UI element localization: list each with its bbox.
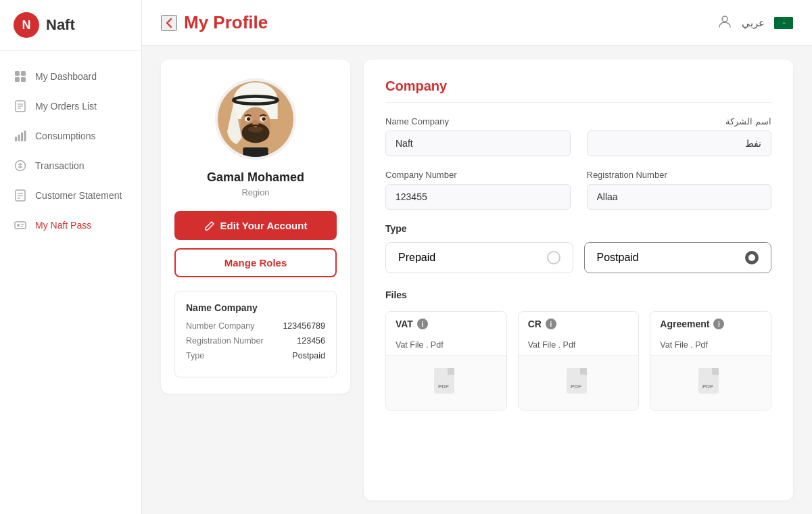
info-label-type: Type	[186, 351, 204, 360]
user-icon	[717, 14, 732, 32]
company-number-label: Company Number	[385, 170, 571, 180]
files-section-title: Files	[385, 289, 771, 300]
file-vat-preview: PDF	[386, 356, 506, 410]
type-prepaid-option[interactable]: Prepaid	[385, 242, 573, 273]
svg-text:PDF: PDF	[438, 383, 449, 390]
registration-number-group: Registration Number	[587, 170, 772, 210]
svg-rect-3	[21, 77, 26, 82]
logo-circle: N	[14, 12, 39, 38]
sidebar-item-transaction[interactable]: Transaction	[0, 151, 141, 181]
svg-point-35	[247, 117, 251, 121]
sidebar-item-consumptions[interactable]: Consumptions	[0, 121, 141, 151]
svg-point-18	[17, 224, 20, 227]
file-agreement-label: Agreement	[660, 319, 709, 329]
svg-point-36	[262, 117, 266, 121]
svg-rect-8	[15, 137, 17, 141]
svg-text:PDF: PDF	[702, 383, 713, 390]
type-options: Prepaid Postpaid	[385, 242, 771, 273]
sidebar-item-customer-statement[interactable]: Customer Statement	[0, 181, 141, 210]
company-number-group: Company Number	[385, 170, 571, 210]
svg-point-21	[722, 16, 727, 22]
profile-details-panel: Company Name Company اسم الشركة Company …	[364, 60, 793, 500]
sidebar-item-naft-pass[interactable]: My Naft Pass	[0, 210, 141, 240]
user-role: Region	[241, 187, 269, 197]
manage-roles-button[interactable]: Mange Roles	[174, 248, 337, 277]
company-card-title: Name Company	[186, 302, 325, 313]
info-row-number: Number Company 123456789	[186, 321, 325, 331]
cr-info-icon[interactable]: i	[546, 319, 556, 329]
name-company-label-ar: اسم الشركة	[587, 116, 772, 126]
file-vat-header: VAT i	[386, 312, 506, 336]
files-grid: VAT i Vat File . Pdf PDF	[385, 311, 771, 411]
cr-pdf-icon: PDF	[565, 367, 592, 399]
edit-account-button[interactable]: Edit Your Account	[174, 211, 337, 240]
dashboard-icon	[14, 70, 27, 83]
name-company-input-ar[interactable]	[587, 131, 772, 156]
postpaid-radio	[745, 251, 759, 264]
svg-rect-10	[21, 133, 23, 141]
svg-rect-45	[712, 368, 719, 375]
statement-icon	[14, 189, 27, 202]
consumptions-icon	[14, 129, 27, 143]
file-cr-name: Vat File . Pdf	[519, 336, 639, 356]
file-vat-name: Vat File . Pdf	[386, 336, 506, 356]
svg-rect-1	[21, 71, 26, 76]
file-vat-card: VAT i Vat File . Pdf PDF	[385, 311, 507, 411]
lang-label[interactable]: عربي	[742, 17, 765, 29]
company-info-card: Name Company Number Company 123456789 Re…	[174, 291, 337, 377]
svg-rect-0	[15, 71, 20, 76]
svg-text:🇸🇦: 🇸🇦	[782, 21, 787, 26]
topbar: My Profile عربي 🇸🇦	[142, 0, 812, 46]
type-section: Type Prepaid Postpaid	[385, 223, 771, 273]
back-button[interactable]	[161, 15, 177, 31]
page-title: My Profile	[184, 12, 268, 33]
info-value-reg: 123456	[297, 336, 325, 346]
file-agreement-name: Vat File . Pdf	[650, 336, 771, 356]
profile-card: Gamal Mohamed Region Edit Your Account M…	[161, 60, 350, 394]
info-value-type: Postpaid	[292, 351, 325, 360]
registration-number-input[interactable]	[587, 184, 772, 210]
sidebar-logo: N Naft	[0, 0, 141, 51]
agreement-pdf-icon: PDF	[697, 367, 724, 399]
file-agreement-card: Agreement i Vat File . Pdf PDF	[650, 311, 771, 411]
logo-letter: N	[22, 18, 31, 32]
sidebar-item-dashboard[interactable]: My Dashboard	[0, 62, 141, 91]
postpaid-label: Postpaid	[597, 252, 639, 264]
agreement-info-icon[interactable]: i	[713, 319, 724, 329]
manage-btn-label: Mange Roles	[224, 257, 287, 268]
prepaid-label: Prepaid	[398, 252, 435, 264]
file-vat-label: VAT	[396, 319, 413, 329]
topbar-right: عربي 🇸🇦	[717, 14, 793, 32]
sidebar-item-orders[interactable]: My Orders List	[0, 91, 141, 121]
company-number-input[interactable]	[385, 184, 571, 210]
file-agreement-preview: PDF	[650, 356, 771, 410]
numbers-row: Company Number Registration Number	[385, 170, 771, 210]
type-postpaid-option[interactable]: Postpaid	[584, 242, 772, 273]
sidebar: N Naft My Dashboard My Orders List Consu…	[0, 0, 142, 514]
svg-rect-39	[448, 368, 454, 375]
content-area: Gamal Mohamed Region Edit Your Account M…	[142, 46, 812, 514]
sidebar-label-transaction: Transaction	[35, 160, 85, 171]
name-company-group-en: Name Company	[385, 116, 571, 156]
file-cr-label: CR	[528, 319, 542, 329]
name-company-input-en[interactable]	[385, 131, 571, 156]
user-name: Gamal Mohamed	[207, 170, 304, 185]
vat-info-icon[interactable]: i	[417, 319, 428, 329]
pass-icon	[14, 218, 27, 232]
sidebar-label-statement: Customer Statement	[35, 190, 122, 201]
svg-rect-11	[24, 131, 26, 141]
name-company-label-en: Name Company	[385, 116, 571, 126]
saudi-flag-icon: 🇸🇦	[774, 17, 793, 29]
file-cr-card: CR i Vat File . Pdf PDF	[518, 311, 640, 411]
info-row-reg: Registration Number 123456	[186, 336, 325, 346]
sidebar-nav: My Dashboard My Orders List Consumptions…	[0, 51, 141, 251]
avatar	[215, 78, 296, 160]
orders-icon	[14, 99, 27, 113]
file-cr-header: CR i	[519, 312, 639, 336]
vat-pdf-icon: PDF	[433, 367, 460, 399]
radio-dot	[748, 254, 755, 261]
transaction-icon	[14, 159, 27, 172]
sidebar-label-dashboard: My Dashboard	[35, 71, 97, 82]
svg-rect-2	[15, 77, 20, 82]
logo-text: Naft	[46, 16, 75, 34]
